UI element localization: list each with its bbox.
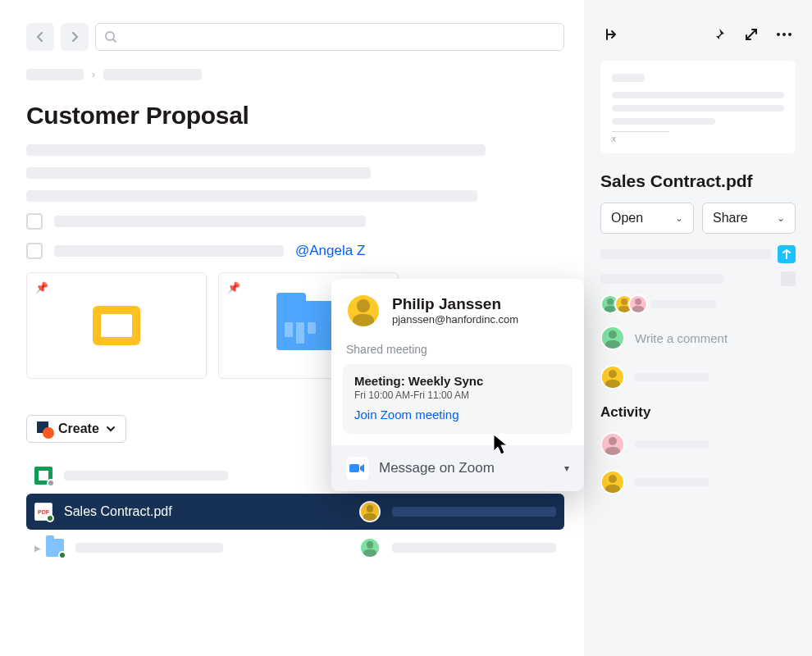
create-label: Create — [58, 421, 99, 436]
activity-row — [600, 470, 796, 494]
spreadsheet-icon — [34, 467, 52, 485]
svg-point-3 — [782, 33, 786, 36]
svg-point-2 — [777, 33, 780, 36]
avatar — [600, 470, 625, 494]
more-button[interactable] — [773, 23, 796, 46]
breadcrumb: › — [26, 69, 564, 80]
contact-name: Philip Janssen — [392, 296, 518, 313]
checkbox[interactable] — [26, 213, 43, 230]
contact-email: pjanssen@hanfordinc.com — [392, 313, 518, 326]
chevron-down-icon: ⌄ — [777, 212, 785, 224]
file-name: Sales Contract.pdf — [64, 504, 359, 519]
pin-icon: 📌 — [35, 281, 48, 294]
pdf-icon: PDF — [34, 503, 52, 521]
file-meta — [392, 507, 556, 517]
chevron-down-icon — [106, 424, 116, 434]
expand-icon[interactable]: ▶ — [34, 544, 41, 553]
open-dropdown[interactable]: Open ⌄ — [600, 203, 694, 234]
signature-line: x — [612, 131, 669, 144]
avatar — [628, 294, 648, 314]
slides-icon — [93, 306, 140, 345]
chevron-down-icon: ▾ — [564, 462, 569, 474]
comment-row — [600, 365, 796, 390]
file-meta — [392, 543, 556, 553]
activity-row — [600, 432, 796, 457]
file-preview[interactable]: x — [600, 61, 796, 153]
avatar — [600, 326, 625, 350]
meeting-card: Meeting: Weekly Sync Fri 10:00 AM-Fri 11… — [343, 364, 573, 434]
chevron-down-icon: ⌄ — [675, 212, 683, 224]
create-button[interactable]: Create — [26, 415, 126, 443]
mention-link[interactable]: @Angela Z — [295, 243, 365, 259]
search-input[interactable] — [95, 23, 564, 51]
checkbox[interactable] — [26, 243, 43, 259]
checklist-text — [54, 216, 366, 227]
message-on-zoom-button[interactable]: Message on Zoom ▾ — [331, 445, 584, 491]
avatar — [346, 294, 381, 328]
expand-button[interactable] — [740, 23, 763, 46]
pin-icon: 📌 — [227, 281, 240, 294]
breadcrumb-item[interactable] — [26, 69, 84, 80]
people-row — [600, 294, 796, 314]
folder-icon — [46, 539, 64, 557]
search-icon — [104, 30, 117, 43]
sign-icon[interactable] — [778, 245, 796, 263]
activity-heading: Activity — [600, 404, 796, 421]
embed-card-slides[interactable]: 📌 — [26, 272, 207, 379]
file-row[interactable]: ▶ — [26, 530, 564, 566]
create-icon — [37, 421, 52, 436]
side-file-title: Sales Contract.pdf — [600, 171, 796, 191]
avatar — [600, 432, 625, 457]
nav-bar — [26, 23, 564, 51]
chevron-right-icon: › — [92, 69, 95, 80]
comment-placeholder: Write a comment — [635, 331, 728, 345]
zoom-icon — [346, 457, 369, 480]
file-name — [64, 471, 228, 481]
pin-button[interactable] — [707, 23, 730, 46]
file-name — [75, 543, 223, 553]
checklist-text — [54, 245, 284, 257]
collapse-panel-button[interactable] — [600, 23, 623, 46]
meeting-title: Meeting: Weekly Sync — [354, 374, 561, 388]
side-panel: x Sales Contract.pdf Open ⌄ Share ⌄ W — [584, 0, 812, 656]
join-meeting-link[interactable]: Join Zoom meeting — [354, 408, 459, 421]
breadcrumb-item[interactable] — [103, 69, 202, 80]
file-row-selected[interactable]: PDF Sales Contract.pdf — [26, 494, 564, 530]
shared-meeting-label: Shared meeting — [331, 339, 584, 364]
avatar — [359, 501, 381, 522]
page-title: Customer Proposal — [26, 102, 564, 130]
meeting-time: Fri 10:00 AM-Fri 11:00 AM — [354, 390, 561, 401]
back-button[interactable] — [26, 23, 54, 51]
share-dropdown[interactable]: Share ⌄ — [702, 203, 796, 234]
body-text — [26, 144, 564, 202]
meta-row — [600, 271, 796, 286]
meta-row — [600, 245, 796, 263]
contact-popover: Philip Janssen pjanssen@hanfordinc.com S… — [331, 279, 584, 491]
svg-rect-1 — [349, 464, 359, 472]
checklist-row: @Angela Z — [26, 243, 564, 259]
comment-input-row[interactable]: Write a comment — [600, 326, 796, 350]
main-pane: › Customer Proposal @Angela Z 📌 📌 Create — [0, 0, 584, 656]
forward-button[interactable] — [61, 23, 89, 51]
cursor-icon — [492, 433, 510, 456]
svg-point-4 — [788, 33, 791, 36]
checklist-row — [26, 213, 564, 230]
message-label: Message on Zoom — [379, 460, 495, 476]
avatar — [359, 537, 381, 558]
meta-icon — [781, 271, 796, 286]
avatar — [600, 365, 625, 390]
